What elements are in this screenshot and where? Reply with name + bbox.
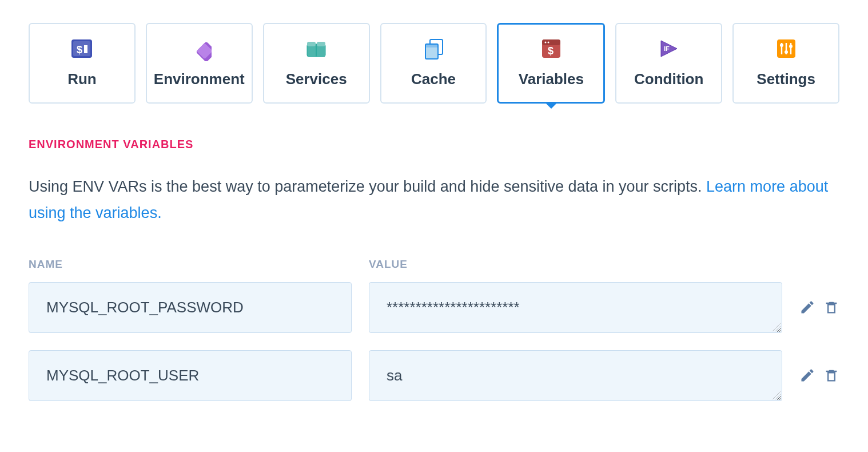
variable-actions [799,299,839,315]
tab-variables[interactable]: $ Variables [497,23,605,104]
delete-button[interactable] [823,367,839,383]
services-icon [304,36,329,61]
variable-value-text: *********************** [387,299,520,316]
svg-text:$: $ [548,45,554,57]
svg-rect-3 [84,45,87,53]
svg-text:$: $ [77,44,82,55]
edit-button[interactable] [799,367,815,383]
trash-icon [823,299,839,315]
tab-run[interactable]: $ Run [29,23,136,104]
edit-button[interactable] [799,299,815,315]
variable-value-field[interactable]: *********************** [369,282,782,333]
description-text: Using ENV VARs is the best way to parame… [29,178,706,195]
tab-label: Condition [634,70,703,88]
tab-label: Run [67,70,97,88]
run-icon: $ [69,36,94,61]
settings-icon [774,36,799,61]
tab-label: Cache [411,70,456,88]
variables-table-header: NAME VALUE [29,258,839,271]
delete-button[interactable] [823,299,839,315]
svg-rect-7 [307,42,316,46]
resize-handle-icon [773,391,781,399]
tab-label: Settings [756,70,815,88]
svg-point-14 [544,42,546,43]
resize-handle-icon [773,323,781,331]
variables-icon: $ [539,36,564,61]
svg-point-20 [780,43,783,47]
pencil-icon [799,367,815,383]
tab-settings[interactable]: Settings [732,23,839,104]
pencil-icon [799,299,815,315]
svg-point-22 [785,50,788,54]
section-title: ENVIRONMENT VARIABLES [29,138,839,151]
tab-label: Services [286,70,347,88]
cache-icon [421,36,446,61]
column-header-value: VALUE [369,258,839,271]
condition-icon: IF [656,36,682,61]
tab-environment[interactable]: Environment [146,23,253,104]
variable-name-field[interactable]: MYSQL_ROOT_PASSWORD [29,282,352,333]
trash-icon [823,367,839,383]
variable-name-field[interactable]: MYSQL_ROOT_USER [29,350,352,401]
variable-row: MYSQL_ROOT_USER sa [29,350,839,401]
description: Using ENV VARs is the best way to parame… [29,174,839,227]
tab-condition[interactable]: IF Condition [615,23,722,104]
svg-rect-8 [317,42,325,46]
svg-text:IF: IF [664,45,670,52]
tab-services[interactable]: Services [263,23,370,104]
svg-point-15 [547,42,549,43]
variable-value-field[interactable]: sa [369,350,782,401]
environment-icon [186,36,212,61]
tab-label: Environment [154,70,245,88]
svg-point-24 [789,45,793,48]
variable-actions [799,367,839,383]
column-header-name: NAME [29,258,352,271]
tabs-bar: $ Run Environment Services Cache $ Varia… [29,23,839,104]
tab-label: Variables [519,70,584,88]
tab-cache[interactable]: Cache [380,23,487,104]
variable-value-text: sa [387,367,402,384]
variable-row: MYSQL_ROOT_PASSWORD ********************… [29,282,839,333]
